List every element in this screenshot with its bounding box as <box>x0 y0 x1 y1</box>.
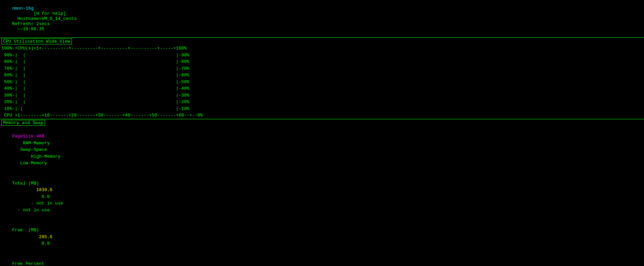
cpu-row-axis: CPU +1--------+10-------+20-------+30---… <box>0 112 644 119</box>
header-bar: nmon-16g [H for help] Hostname=VM_0_14_c… <box>0 0 644 37</box>
total-high: - not in use <box>12 201 63 206</box>
cpu-row-60: 60%-| | |-60% <box>0 72 644 79</box>
hostname: Hostname=VM_0_14_cento <box>12 16 76 21</box>
cpu-row-50: 50%-| | |-50% <box>0 79 644 86</box>
app-name: nmon-16g <box>12 6 33 11</box>
cpu-row-70: 70%-| | |-70% <box>0 65 644 72</box>
memory-header-row: PageSize:4KB RAM-Memory Swap-Space High-… <box>0 126 644 174</box>
cpu-row-80: 80%-| | |-80% <box>0 58 644 65</box>
cpu-row-90: 90%-| | |-90% <box>0 52 644 59</box>
free-swap: 0.0 <box>12 241 50 246</box>
terminal-window: nmon-16g [H for help] Hostname=VM_0_14_c… <box>0 0 644 266</box>
cpu-row-20: 20%-| | |-20% <box>0 99 644 106</box>
total-ram: 1839.6 <box>12 187 52 192</box>
total-low: - not in use <box>12 208 50 213</box>
total-swap: 0.0 <box>12 194 50 199</box>
free-percent-label: Free Percent <box>12 261 44 266</box>
memory-section-title: Memory and Swap <box>1 120 45 126</box>
cpu-row-30: 30%-| | |-30% <box>0 92 644 99</box>
page-size-label: PageSize:4KB <box>12 134 44 139</box>
cpu-row-40: 40%-| | |-40% <box>0 85 644 92</box>
help-hint: [H for help] <box>12 11 66 16</box>
free-ram: 285.6 <box>12 234 52 240</box>
low-header: Low-Memory <box>12 160 47 166</box>
cpu-row-100: 100%-+CPU(s)=1+----------+----------+---… <box>0 45 644 52</box>
free-label: Free (MB) <box>12 228 39 233</box>
memory-section-header: Memory and Swap <box>0 119 644 126</box>
cpu-section-header: CPU Utilisation Wide View <box>0 37 644 45</box>
high-header: High-Memory <box>12 154 60 159</box>
ram-header: RAM-Memory <box>12 141 50 146</box>
cpu-section-title: CPU Utilisation Wide View <box>1 38 72 44</box>
memory-free-row: Free (MB) 285.6 0.0 <box>0 220 644 254</box>
total-label: Total (MB) <box>12 181 39 186</box>
memory-total-row: Total (MB) 1839.6 0.0 - not in use - not… <box>0 173 644 220</box>
memory-free-percent-row: Free Percent 15.5% 0.0% <box>0 254 644 266</box>
cpu-row-10: 10%-|.| |-10% <box>0 106 644 112</box>
refresh-rate: Refresh= 2secs <box>12 21 50 26</box>
swap-header: Swap-Space <box>12 147 47 152</box>
time-display: ——19:06.35 <box>12 26 44 32</box>
